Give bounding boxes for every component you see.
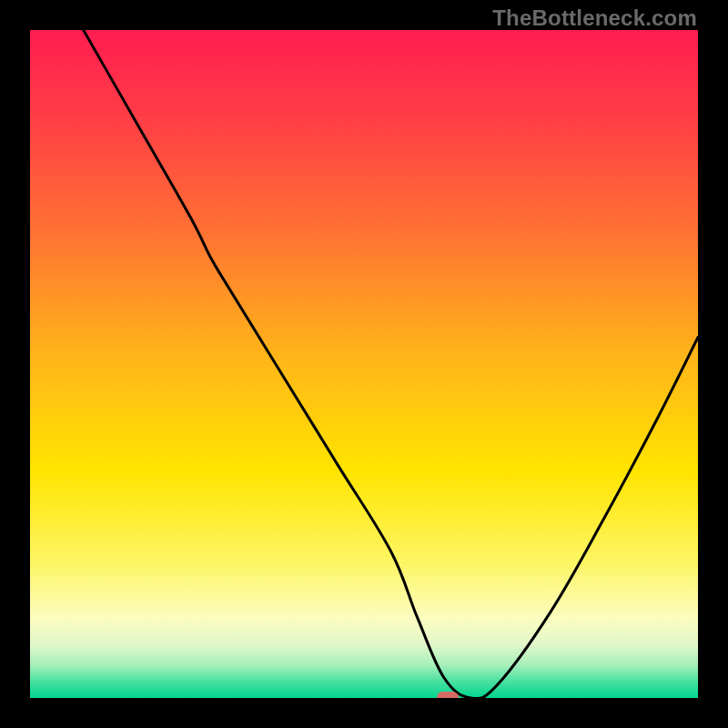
watermark-text: TheBottleneck.com <box>492 5 697 31</box>
gradient-background <box>30 30 698 698</box>
gradient-rect <box>30 30 698 698</box>
chart-frame: TheBottleneck.com <box>0 0 728 728</box>
chart-plot-area <box>30 30 698 698</box>
optimal-marker <box>437 692 459 699</box>
